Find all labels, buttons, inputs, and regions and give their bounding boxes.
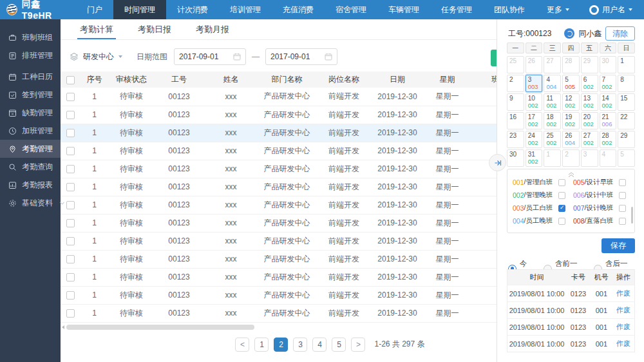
- sidebar-item[interactable]: 考勤管理: [0, 140, 61, 158]
- calendar-day-cell[interactable]: 14 002: [600, 93, 617, 111]
- navbar-user-item[interactable]: 皮肤: [641, 0, 644, 19]
- shift-checkbox[interactable]: [619, 205, 626, 212]
- calendar-day-cell[interactable]: 22: [618, 112, 635, 129]
- void-link[interactable]: 作废: [612, 285, 635, 302]
- page-button[interactable]: 5: [332, 338, 346, 352]
- calendar-day-cell[interactable]: 4 004: [544, 75, 561, 92]
- horizontal-scrollbar-thumb[interactable]: [66, 325, 254, 330]
- table-row[interactable]: 1 待审核 00123 xxx 产品研发中心 前端开发 2019-12-30 星…: [61, 196, 497, 214]
- calendar-day-cell[interactable]: 13 002: [581, 93, 598, 111]
- page-button[interactable]: 4: [312, 338, 327, 352]
- calendar-day-cell[interactable]: 8: [618, 75, 635, 92]
- shift-checkbox[interactable]: [558, 218, 565, 225]
- calendar-day-cell[interactable]: 28: [562, 56, 580, 73]
- row-checkbox[interactable]: [66, 273, 75, 281]
- row-checkbox[interactable]: [66, 129, 75, 137]
- save-button[interactable]: 保存: [601, 238, 635, 253]
- date-to-input[interactable]: 2017-09-01: [265, 48, 337, 65]
- sidebar-item[interactable]: 考勤查询: [0, 158, 61, 176]
- calendar-day-cell[interactable]: 30: [507, 149, 524, 167]
- calendar-day-cell[interactable]: 28 002: [600, 131, 617, 148]
- sidebar-item[interactable]: 缺勤管理: [0, 104, 61, 122]
- void-link[interactable]: 作废: [612, 336, 635, 352]
- shift-checkbox[interactable]: [558, 192, 565, 199]
- row-checkbox[interactable]: [66, 201, 75, 209]
- navbar-menu-item[interactable]: 培训管理: [219, 0, 272, 19]
- calendar-day-cell[interactable]: 25 002: [544, 131, 561, 148]
- calendar-day-cell[interactable]: 31 002: [526, 149, 543, 167]
- calendar-day-cell[interactable]: 18 002: [544, 112, 561, 129]
- row-checkbox[interactable]: [66, 147, 75, 155]
- date-from-input[interactable]: 2017-09-01: [174, 48, 246, 65]
- navbar-menu-item[interactable]: 任务管理: [430, 0, 483, 19]
- navbar-menu-item[interactable]: 车辆管理: [377, 0, 430, 19]
- table-row[interactable]: 1 待审核 00123 xxx 产品研发中心 前端开发 2019-12-30 星…: [61, 232, 497, 250]
- department-select[interactable]: 研发中心: [70, 52, 122, 62]
- shift-checkbox[interactable]: [619, 192, 626, 199]
- table-row[interactable]: 1 待审核 00123 xxx 产品研发中心 前端开发 2019-12-30 星…: [61, 88, 497, 106]
- row-checkbox[interactable]: [66, 237, 75, 245]
- table-row[interactable]: 1 待审核 00123 xxx 产品研发中心 前端开发 2019-12-30 星…: [61, 178, 497, 196]
- calendar-day-cell[interactable]: 4: [600, 149, 617, 167]
- collapse-chevrons-icon[interactable]: [567, 171, 575, 180]
- shift-checkbox[interactable]: [619, 218, 626, 225]
- sidebar-item[interactable]: 排班管理: [0, 46, 61, 64]
- calendar-day-cell[interactable]: 6 002: [581, 75, 598, 92]
- row-checkbox[interactable]: [66, 255, 75, 263]
- tab[interactable]: 考勤日报: [138, 19, 171, 39]
- calendar-day-cell[interactable]: 1: [544, 149, 561, 167]
- calendar-day-cell[interactable]: 5 005: [562, 75, 580, 92]
- page-button[interactable]: <: [235, 338, 249, 352]
- navbar-menu-item[interactable]: 计次消费: [166, 0, 219, 19]
- calendar-day-cell[interactable]: 3 003: [526, 75, 543, 92]
- calendar-day-cell[interactable]: 5: [618, 149, 635, 167]
- page-button[interactable]: 1: [254, 338, 269, 352]
- row-checkbox[interactable]: [66, 309, 75, 318]
- table-row[interactable]: 1 待审核 00123 xxx 产品研发中心 前端开发 2019-12-30 星…: [61, 286, 497, 304]
- page-button[interactable]: >: [351, 338, 365, 352]
- calendar-day-cell[interactable]: 21 006: [600, 112, 617, 129]
- row-checkbox[interactable]: [66, 111, 75, 119]
- table-row[interactable]: 1 待审核 00123 xxx 产品研发中心 前端开发 2019-12-30 星…: [61, 304, 497, 322]
- page-button[interactable]: 3: [293, 338, 307, 352]
- calendar-day-cell[interactable]: 19 002: [562, 112, 580, 129]
- sidebar-item[interactable]: 基础资料: [0, 194, 61, 212]
- void-link[interactable]: 作废: [612, 302, 635, 319]
- calendar-day-cell[interactable]: 9: [507, 93, 524, 111]
- select-all-checkbox[interactable]: [66, 76, 75, 84]
- page-button[interactable]: 2: [274, 338, 288, 352]
- table-row[interactable]: 1 待审核 00123 xxx 产品研发中心 前端开发 2019-12-30 星…: [61, 214, 497, 232]
- calendar-day-cell[interactable]: 27: [544, 56, 561, 73]
- calendar-day-cell[interactable]: 29: [581, 56, 598, 73]
- table-row[interactable]: 1 待审核 00123 xxx 产品研发中心 前端开发 2019-12-30 星…: [61, 124, 497, 142]
- navbar-menu-item[interactable]: 团队协作: [483, 0, 536, 19]
- calendar-day-cell[interactable]: 30: [600, 56, 617, 73]
- navbar-menu-item[interactable]: 充值消费: [272, 0, 325, 19]
- calendar-day-cell[interactable]: 11 002: [544, 93, 561, 111]
- shift-checkbox[interactable]: [619, 179, 626, 186]
- void-link[interactable]: 作废: [612, 319, 635, 336]
- calendar-day-cell[interactable]: 10 002: [526, 93, 543, 111]
- navbar-menu-item[interactable]: 门户: [76, 0, 113, 19]
- navbar-menu-item[interactable]: 更多: [536, 0, 580, 19]
- calendar-day-cell[interactable]: 26 004: [562, 131, 580, 148]
- navbar-user-item[interactable]: 用户名: [580, 0, 641, 19]
- sidebar-item[interactable]: 考勤报表: [0, 176, 61, 194]
- row-checkbox[interactable]: [66, 219, 75, 227]
- sidebar-item[interactable]: 工种日历: [0, 68, 61, 86]
- calendar-day-cell[interactable]: 20 002: [581, 112, 598, 129]
- row-checkbox[interactable]: [66, 183, 75, 191]
- navbar-menu-item[interactable]: 时间管理: [113, 0, 166, 19]
- tab[interactable]: 考勤月报: [196, 19, 229, 39]
- calendar-day-cell[interactable]: 26: [526, 56, 543, 73]
- calendar-day-cell[interactable]: 23: [507, 131, 524, 148]
- row-checkbox[interactable]: [66, 165, 75, 173]
- table-row[interactable]: 1 待审核 00123 xxx 产品研发中心 前端开发 2019-12-30 星…: [61, 268, 497, 286]
- table-row[interactable]: 1 待审核 00123 xxx 产品研发中心 前端开发 2019-12-30 星…: [61, 160, 497, 178]
- panel-collapse-button[interactable]: [489, 154, 506, 171]
- sidebar-item[interactable]: 加班管理: [0, 122, 61, 140]
- scroll-left-arrow-icon[interactable]: [62, 325, 64, 329]
- calendar-day-cell[interactable]: 25: [507, 56, 524, 73]
- table-row[interactable]: 1 待审核 00123 xxx 产品研发中心 前端开发 2019-12-30 星…: [61, 106, 497, 124]
- calendar-day-cell[interactable]: 29: [618, 131, 635, 148]
